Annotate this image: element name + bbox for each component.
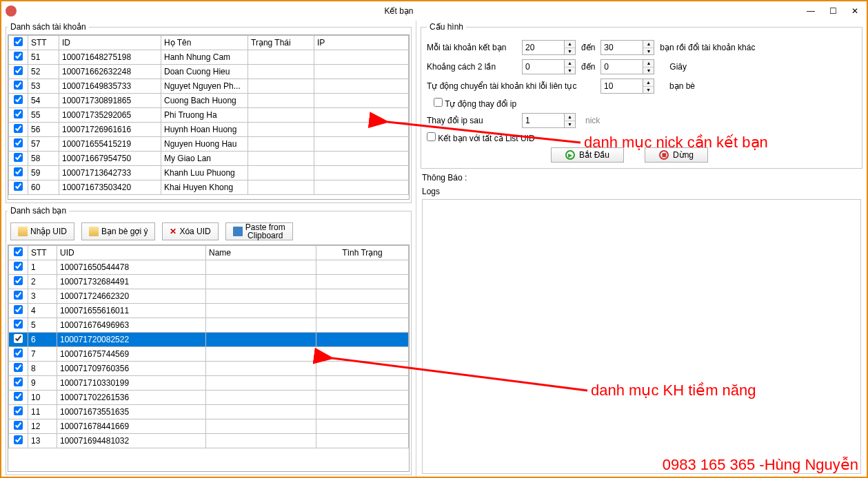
table-row[interactable]: 7100071675744569: [9, 347, 409, 362]
spin-min-friends[interactable]: ▲▼: [522, 40, 576, 55]
table-row[interactable]: 53100071649835733Nguyet Nguyen Ph...: [9, 79, 409, 94]
titlebar: Kết bạn — ☐ ✕: [1, 1, 867, 21]
table-row[interactable]: 51100071648275198Hanh Nhung Cam: [9, 50, 409, 65]
accounts-table: STT ID Họ Tên Trạng Thái IP 511000716482…: [8, 35, 409, 195]
fcol-name[interactable]: Name: [206, 246, 316, 260]
annotation-1: danh mục nick cần kết bạn: [584, 134, 768, 152]
label-ip-after: Thay đổi ip sau: [427, 116, 516, 125]
accounts-legend: Danh sách tài khoản: [8, 22, 89, 32]
x-icon: ✕: [170, 227, 176, 236]
label-gap: Khoảng cách 2 lần: [427, 62, 516, 72]
logs-label: Logs: [422, 187, 861, 196]
table-row[interactable]: 4100071655616011: [9, 304, 409, 318]
table-row[interactable]: 2100071732684491: [9, 275, 409, 289]
table-row[interactable]: 56100071726961616Huynh Hoan Huong: [9, 123, 409, 137]
table-row[interactable]: 12100071678441669: [9, 419, 409, 434]
label-per-account: Mỗi tài khoản kết bạn: [427, 43, 516, 52]
spin-ip-after[interactable]: ▲▼: [522, 113, 576, 128]
table-row[interactable]: 10100071702261536: [9, 391, 409, 405]
checkbox-all-uid[interactable]: Kết bạn với tất cả List UID: [427, 132, 535, 143]
friends-check-all[interactable]: [14, 247, 23, 256]
table-row[interactable]: 3100071724662320: [9, 289, 409, 304]
accounts-check-all[interactable]: [14, 37, 23, 46]
paste-clipboard-button[interactable]: Paste from Clipboard: [225, 222, 293, 240]
table-row[interactable]: 55100071735292065Phi Truong Ha: [9, 108, 409, 123]
fcol-uid[interactable]: UID: [57, 246, 206, 260]
table-row[interactable]: 1100071650544478: [9, 260, 409, 275]
table-row[interactable]: 13100071694481032: [9, 434, 409, 448]
table-row[interactable]: 59100071713642733Khanh Luu Phuong: [9, 166, 409, 180]
friends-table: STT UID Name Tình Trạng 1100071650544478…: [8, 245, 409, 448]
spin-gap-min[interactable]: ▲▼: [522, 59, 576, 74]
friends-fieldset: Danh sách bạn Nhập UID Bạn bè gợi ý ✕Xóa…: [6, 206, 412, 475]
folder-icon: [18, 227, 28, 236]
col-stt[interactable]: STT: [28, 36, 59, 50]
contact-info: 0983 165 365 -Hùng Nguyễn: [663, 456, 858, 474]
suggest-friends-button[interactable]: Bạn bè gợi ý: [81, 222, 155, 240]
table-row[interactable]: 52100071662632248Doan Cuong Hieu: [9, 65, 409, 79]
table-row[interactable]: 8100071709760356: [9, 362, 409, 376]
folder-icon: [89, 227, 99, 236]
message-label: Thông Báo :: [422, 173, 861, 183]
table-row[interactable]: 54100071730891865Cuong Bach Huong: [9, 94, 409, 108]
accounts-scroll[interactable]: STT ID Họ Tên Trạng Thái IP 511000716482…: [8, 34, 410, 200]
table-row[interactable]: 5100071676496963: [9, 318, 409, 333]
app-icon: [6, 6, 17, 17]
accounts-fieldset: Danh sách tài khoản STT ID Họ Tên Trạng …: [6, 22, 412, 203]
config-legend: Cấu hình: [427, 22, 466, 32]
fcol-status[interactable]: Tình Trạng: [316, 246, 409, 260]
friends-legend: Danh sách bạn: [8, 206, 69, 216]
fcol-stt[interactable]: STT: [28, 246, 57, 260]
logs-textarea[interactable]: [422, 199, 861, 474]
spin-max-friends[interactable]: ▲▼: [600, 40, 654, 55]
import-uid-button[interactable]: Nhập UID: [10, 222, 74, 240]
spin-autoswitch[interactable]: ▲▼: [600, 79, 654, 94]
table-row[interactable]: 9100071710330199: [9, 376, 409, 391]
friends-scroll[interactable]: STT UID Name Tình Trạng 1100071650544478…: [8, 245, 410, 472]
maximize-button[interactable]: ☐: [825, 6, 840, 16]
window-title: Kết bạn: [22, 6, 776, 16]
annotation-2: danh mục KH tiềm năng: [591, 382, 756, 399]
col-name[interactable]: Họ Tên: [161, 36, 248, 50]
table-row[interactable]: 57100071655415219Nguyen Huong Hau: [9, 137, 409, 152]
table-row[interactable]: 58100071667954750My Giao Lan: [9, 152, 409, 166]
minimize-button[interactable]: —: [803, 6, 818, 16]
disk-icon: [233, 227, 243, 236]
spin-gap-max[interactable]: ▲▼: [600, 59, 654, 74]
table-row[interactable]: 6100071720082522: [9, 333, 409, 347]
label-autoswitch: Tự động chuyển tài khoản khi lỗi liên tụ…: [427, 81, 592, 91]
stop-icon: ■: [659, 150, 669, 160]
delete-uid-button[interactable]: ✕Xóa UID: [162, 222, 218, 240]
close-button[interactable]: ✕: [847, 6, 862, 16]
table-row[interactable]: 60100071673503420Khai Huyen Khong: [9, 180, 409, 195]
col-ip[interactable]: IP: [314, 36, 409, 50]
play-icon: ▸: [565, 150, 575, 160]
table-row[interactable]: 11100071673551635: [9, 405, 409, 419]
col-status[interactable]: Trạng Thái: [248, 36, 314, 50]
col-id[interactable]: ID: [59, 36, 161, 50]
checkbox-auto-ip[interactable]: Tự động thay đổi ip: [434, 98, 516, 109]
